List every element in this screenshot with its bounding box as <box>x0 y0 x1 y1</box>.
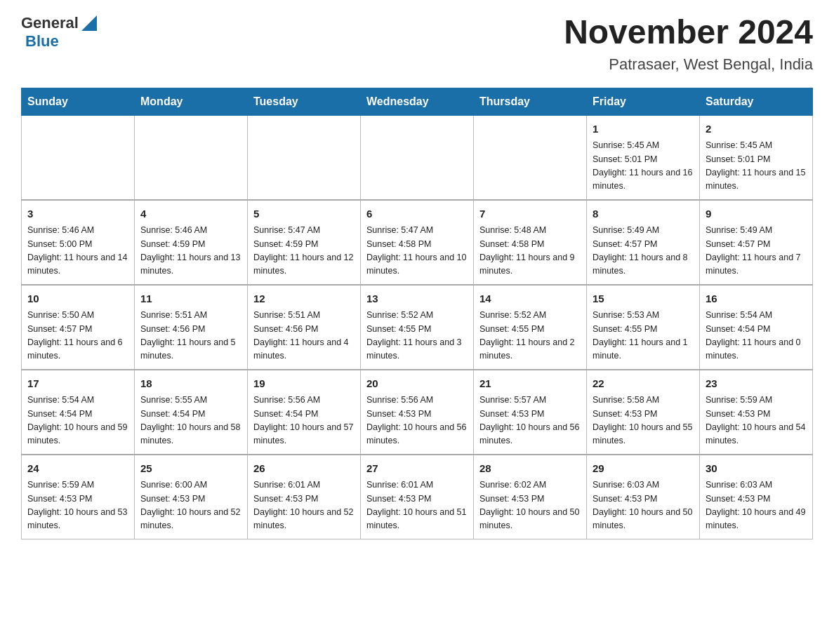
calendar-day-cell: 25Sunrise: 6:00 AM Sunset: 4:53 PM Dayli… <box>135 455 248 539</box>
day-number: 14 <box>479 291 581 307</box>
day-info: Sunrise: 5:51 AM Sunset: 4:56 PM Dayligh… <box>253 309 355 363</box>
day-info: Sunrise: 5:45 AM Sunset: 5:01 PM Dayligh… <box>593 139 694 194</box>
day-info: Sunrise: 5:47 AM Sunset: 4:58 PM Dayligh… <box>366 224 468 279</box>
day-info: Sunrise: 5:46 AM Sunset: 4:59 PM Dayligh… <box>140 224 241 279</box>
logo: General Blue <box>21 14 97 51</box>
calendar-day-header: Monday <box>135 88 248 115</box>
calendar-day-cell: 27Sunrise: 6:01 AM Sunset: 4:53 PM Dayli… <box>361 455 474 539</box>
calendar-day-header: Saturday <box>700 88 813 115</box>
calendar-week-row: 24Sunrise: 5:59 AM Sunset: 4:53 PM Dayli… <box>22 455 813 539</box>
day-number: 12 <box>253 291 355 307</box>
calendar-day-cell <box>135 115 248 200</box>
calendar-week-row: 10Sunrise: 5:50 AM Sunset: 4:57 PM Dayli… <box>22 285 813 370</box>
page-header: General Blue November 2024 Patrasaer, We… <box>21 14 813 74</box>
day-info: Sunrise: 6:03 AM Sunset: 4:53 PM Dayligh… <box>593 478 694 533</box>
day-info: Sunrise: 5:49 AM Sunset: 4:57 PM Dayligh… <box>593 224 694 279</box>
calendar-day-cell: 2Sunrise: 5:45 AM Sunset: 5:01 PM Daylig… <box>700 115 813 200</box>
calendar-day-cell: 18Sunrise: 5:55 AM Sunset: 4:54 PM Dayli… <box>135 370 248 455</box>
main-title: November 2024 <box>564 14 813 51</box>
day-number: 27 <box>366 461 468 477</box>
calendar-day-cell <box>248 115 361 200</box>
calendar-day-cell: 20Sunrise: 5:56 AM Sunset: 4:53 PM Dayli… <box>361 370 474 455</box>
calendar-day-cell: 26Sunrise: 6:01 AM Sunset: 4:53 PM Dayli… <box>248 455 361 539</box>
day-number: 11 <box>140 291 241 307</box>
calendar-day-cell: 24Sunrise: 5:59 AM Sunset: 4:53 PM Dayli… <box>22 455 135 539</box>
day-number: 30 <box>706 461 807 477</box>
calendar-day-cell: 15Sunrise: 5:53 AM Sunset: 4:55 PM Dayli… <box>587 285 700 370</box>
day-number: 10 <box>27 291 128 307</box>
day-number: 18 <box>140 376 241 392</box>
day-number: 20 <box>366 376 468 392</box>
day-info: Sunrise: 6:00 AM Sunset: 4:53 PM Dayligh… <box>140 478 241 533</box>
calendar-day-cell: 8Sunrise: 5:49 AM Sunset: 4:57 PM Daylig… <box>587 200 700 285</box>
day-number: 23 <box>706 376 807 392</box>
day-number: 28 <box>479 461 581 477</box>
calendar-week-row: 1Sunrise: 5:45 AM Sunset: 5:01 PM Daylig… <box>22 115 813 200</box>
day-number: 5 <box>253 206 355 222</box>
day-number: 25 <box>140 461 241 477</box>
day-number: 3 <box>27 206 128 222</box>
day-number: 1 <box>593 121 694 137</box>
calendar-day-cell: 12Sunrise: 5:51 AM Sunset: 4:56 PM Dayli… <box>248 285 361 370</box>
calendar-day-cell <box>22 115 135 200</box>
day-info: Sunrise: 5:57 AM Sunset: 4:53 PM Dayligh… <box>479 394 581 448</box>
day-number: 8 <box>593 206 694 222</box>
day-info: Sunrise: 5:45 AM Sunset: 5:01 PM Dayligh… <box>706 139 807 194</box>
calendar-week-row: 3Sunrise: 5:46 AM Sunset: 5:00 PM Daylig… <box>22 200 813 285</box>
day-info: Sunrise: 5:49 AM Sunset: 4:57 PM Dayligh… <box>706 224 807 279</box>
day-number: 4 <box>140 206 241 222</box>
day-info: Sunrise: 6:01 AM Sunset: 4:53 PM Dayligh… <box>366 478 468 533</box>
day-info: Sunrise: 5:53 AM Sunset: 4:55 PM Dayligh… <box>593 309 694 363</box>
day-info: Sunrise: 5:56 AM Sunset: 4:53 PM Dayligh… <box>366 394 468 448</box>
calendar-day-cell: 7Sunrise: 5:48 AM Sunset: 4:58 PM Daylig… <box>474 200 587 285</box>
calendar-day-cell <box>474 115 587 200</box>
day-number: 2 <box>706 121 807 137</box>
calendar-header-row: SundayMondayTuesdayWednesdayThursdayFrid… <box>22 88 813 115</box>
day-info: Sunrise: 5:55 AM Sunset: 4:54 PM Dayligh… <box>140 394 241 448</box>
calendar-day-cell: 3Sunrise: 5:46 AM Sunset: 5:00 PM Daylig… <box>22 200 135 285</box>
day-number: 16 <box>706 291 807 307</box>
calendar-day-cell: 17Sunrise: 5:54 AM Sunset: 4:54 PM Dayli… <box>22 370 135 455</box>
calendar-day-header: Thursday <box>474 88 587 115</box>
day-info: Sunrise: 5:52 AM Sunset: 4:55 PM Dayligh… <box>366 309 468 363</box>
calendar-day-cell: 9Sunrise: 5:49 AM Sunset: 4:57 PM Daylig… <box>700 200 813 285</box>
calendar-day-header: Tuesday <box>248 88 361 115</box>
calendar-week-row: 17Sunrise: 5:54 AM Sunset: 4:54 PM Dayli… <box>22 370 813 455</box>
logo-text-blue: Blue <box>25 32 59 51</box>
calendar-day-cell: 28Sunrise: 6:02 AM Sunset: 4:53 PM Dayli… <box>474 455 587 539</box>
svg-marker-0 <box>81 15 97 31</box>
calendar-day-cell: 22Sunrise: 5:58 AM Sunset: 4:53 PM Dayli… <box>587 370 700 455</box>
calendar-day-cell <box>361 115 474 200</box>
calendar-day-cell: 29Sunrise: 6:03 AM Sunset: 4:53 PM Dayli… <box>587 455 700 539</box>
calendar-day-cell: 30Sunrise: 6:03 AM Sunset: 4:53 PM Dayli… <box>700 455 813 539</box>
calendar-day-cell: 13Sunrise: 5:52 AM Sunset: 4:55 PM Dayli… <box>361 285 474 370</box>
calendar-table: SundayMondayTuesdayWednesdayThursdayFrid… <box>21 88 813 539</box>
calendar-day-cell: 19Sunrise: 5:56 AM Sunset: 4:54 PM Dayli… <box>248 370 361 455</box>
logo-triangle-icon <box>81 15 97 31</box>
day-info: Sunrise: 5:50 AM Sunset: 4:57 PM Dayligh… <box>27 309 128 363</box>
day-info: Sunrise: 6:01 AM Sunset: 4:53 PM Dayligh… <box>253 478 355 533</box>
day-number: 21 <box>479 376 581 392</box>
day-info: Sunrise: 5:56 AM Sunset: 4:54 PM Dayligh… <box>253 394 355 448</box>
day-number: 24 <box>27 461 128 477</box>
day-info: Sunrise: 5:54 AM Sunset: 4:54 PM Dayligh… <box>706 309 807 363</box>
day-info: Sunrise: 5:47 AM Sunset: 4:59 PM Dayligh… <box>253 224 355 279</box>
calendar-day-header: Friday <box>587 88 700 115</box>
day-number: 17 <box>27 376 128 392</box>
day-number: 26 <box>253 461 355 477</box>
calendar-day-cell: 4Sunrise: 5:46 AM Sunset: 4:59 PM Daylig… <box>135 200 248 285</box>
day-info: Sunrise: 5:52 AM Sunset: 4:55 PM Dayligh… <box>479 309 581 363</box>
calendar-day-cell: 6Sunrise: 5:47 AM Sunset: 4:58 PM Daylig… <box>361 200 474 285</box>
day-info: Sunrise: 6:03 AM Sunset: 4:53 PM Dayligh… <box>706 478 807 533</box>
calendar-day-cell: 1Sunrise: 5:45 AM Sunset: 5:01 PM Daylig… <box>587 115 700 200</box>
day-info: Sunrise: 6:02 AM Sunset: 4:53 PM Dayligh… <box>479 478 581 533</box>
day-info: Sunrise: 5:51 AM Sunset: 4:56 PM Dayligh… <box>140 309 241 363</box>
day-info: Sunrise: 5:59 AM Sunset: 4:53 PM Dayligh… <box>706 394 807 448</box>
calendar-day-header: Sunday <box>22 88 135 115</box>
day-number: 29 <box>593 461 694 477</box>
calendar-day-cell: 23Sunrise: 5:59 AM Sunset: 4:53 PM Dayli… <box>700 370 813 455</box>
calendar-day-cell: 14Sunrise: 5:52 AM Sunset: 4:55 PM Dayli… <box>474 285 587 370</box>
title-section: November 2024 Patrasaer, West Bengal, In… <box>564 14 813 74</box>
day-number: 19 <box>253 376 355 392</box>
calendar-day-header: Wednesday <box>361 88 474 115</box>
